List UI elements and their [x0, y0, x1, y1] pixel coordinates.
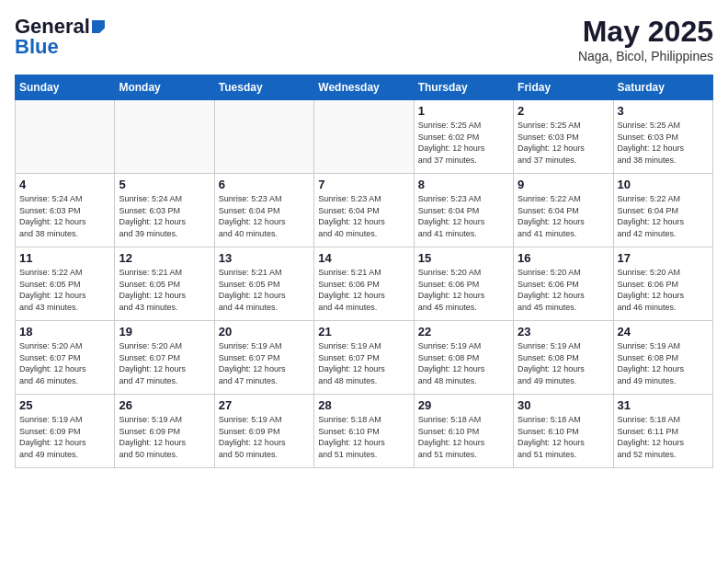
weekday-header-monday: Monday	[115, 75, 214, 100]
day-info: Sunrise: 5:19 AM Sunset: 6:08 PM Dayligh…	[418, 340, 509, 386]
day-number: 13	[219, 251, 310, 265]
day-number: 3	[618, 104, 709, 118]
day-number: 7	[318, 178, 409, 191]
day-info: Sunrise: 5:20 AM Sunset: 6:06 PM Dayligh…	[518, 267, 609, 313]
day-info: Sunrise: 5:20 AM Sunset: 6:06 PM Dayligh…	[418, 267, 509, 313]
day-number: 15	[418, 251, 509, 265]
day-cell: 5Sunrise: 5:24 AM Sunset: 6:03 PM Daylig…	[115, 174, 214, 247]
weekday-header-saturday: Saturday	[613, 75, 712, 100]
logo-blue: Blue	[15, 35, 59, 59]
day-cell: 14Sunrise: 5:21 AM Sunset: 6:06 PM Dayli…	[314, 247, 414, 321]
day-info: Sunrise: 5:19 AM Sunset: 6:07 PM Dayligh…	[219, 340, 310, 386]
day-info: Sunrise: 5:19 AM Sunset: 6:09 PM Dayligh…	[19, 414, 110, 460]
day-info: Sunrise: 5:21 AM Sunset: 6:05 PM Dayligh…	[219, 267, 310, 313]
day-info: Sunrise: 5:22 AM Sunset: 6:04 PM Dayligh…	[518, 193, 609, 239]
title-section: May 2025 Naga, Bicol, Philippines	[578, 15, 713, 63]
day-number: 31	[618, 398, 709, 412]
day-cell: 24Sunrise: 5:19 AM Sunset: 6:08 PM Dayli…	[613, 321, 712, 395]
logo-icon	[92, 20, 105, 33]
day-cell: 22Sunrise: 5:19 AM Sunset: 6:08 PM Dayli…	[414, 321, 513, 395]
weekday-header-wednesday: Wednesday	[314, 75, 414, 100]
week-row-5: 25Sunrise: 5:19 AM Sunset: 6:09 PM Dayli…	[16, 395, 713, 468]
day-number: 23	[518, 325, 609, 339]
calendar-table: SundayMondayTuesdayWednesdayThursdayFrid…	[15, 75, 713, 468]
day-cell: 23Sunrise: 5:19 AM Sunset: 6:08 PM Dayli…	[514, 321, 613, 395]
weekday-header-sunday: Sunday	[16, 75, 115, 100]
day-info: Sunrise: 5:20 AM Sunset: 6:06 PM Dayligh…	[618, 267, 709, 313]
day-info: Sunrise: 5:20 AM Sunset: 6:07 PM Dayligh…	[119, 340, 210, 386]
day-cell: 18Sunrise: 5:20 AM Sunset: 6:07 PM Dayli…	[16, 321, 115, 395]
day-cell: 3Sunrise: 5:25 AM Sunset: 6:03 PM Daylig…	[613, 100, 712, 174]
day-number: 8	[418, 178, 509, 191]
day-cell	[16, 100, 115, 174]
day-number: 5	[119, 178, 210, 191]
day-info: Sunrise: 5:22 AM Sunset: 6:04 PM Dayligh…	[618, 193, 709, 239]
day-info: Sunrise: 5:18 AM Sunset: 6:10 PM Dayligh…	[518, 414, 609, 460]
day-number: 10	[618, 178, 709, 191]
day-info: Sunrise: 5:23 AM Sunset: 6:04 PM Dayligh…	[318, 193, 409, 239]
day-number: 1	[418, 104, 509, 118]
day-number: 4	[19, 178, 110, 191]
day-cell: 2Sunrise: 5:25 AM Sunset: 6:03 PM Daylig…	[514, 100, 613, 174]
day-info: Sunrise: 5:18 AM Sunset: 6:10 PM Dayligh…	[418, 414, 509, 460]
day-number: 28	[318, 398, 409, 412]
day-info: Sunrise: 5:21 AM Sunset: 6:05 PM Dayligh…	[119, 267, 210, 313]
day-info: Sunrise: 5:23 AM Sunset: 6:04 PM Dayligh…	[219, 193, 310, 239]
day-info: Sunrise: 5:19 AM Sunset: 6:08 PM Dayligh…	[618, 340, 709, 386]
day-cell	[314, 100, 414, 174]
day-number: 30	[518, 398, 609, 412]
day-cell: 31Sunrise: 5:18 AM Sunset: 6:11 PM Dayli…	[613, 395, 712, 468]
day-cell: 28Sunrise: 5:18 AM Sunset: 6:10 PM Dayli…	[314, 395, 414, 468]
day-cell: 21Sunrise: 5:19 AM Sunset: 6:07 PM Dayli…	[314, 321, 414, 395]
day-number: 29	[418, 398, 509, 412]
day-number: 25	[19, 398, 110, 412]
day-info: Sunrise: 5:19 AM Sunset: 6:09 PM Dayligh…	[119, 414, 210, 460]
day-cell: 16Sunrise: 5:20 AM Sunset: 6:06 PM Dayli…	[514, 247, 613, 321]
day-info: Sunrise: 5:23 AM Sunset: 6:04 PM Dayligh…	[418, 193, 509, 239]
month-title: May 2025	[578, 15, 713, 49]
day-number: 22	[418, 325, 509, 339]
day-number: 21	[318, 325, 409, 339]
day-info: Sunrise: 5:25 AM Sunset: 6:02 PM Dayligh…	[418, 120, 509, 166]
day-number: 6	[219, 178, 310, 191]
day-number: 18	[19, 325, 110, 339]
logo: General Blue	[15, 15, 105, 59]
day-info: Sunrise: 5:25 AM Sunset: 6:03 PM Dayligh…	[518, 120, 609, 166]
weekday-header-tuesday: Tuesday	[214, 75, 313, 100]
day-info: Sunrise: 5:19 AM Sunset: 6:07 PM Dayligh…	[318, 340, 409, 386]
day-info: Sunrise: 5:18 AM Sunset: 6:10 PM Dayligh…	[318, 414, 409, 460]
day-cell: 30Sunrise: 5:18 AM Sunset: 6:10 PM Dayli…	[514, 395, 613, 468]
location-subtitle: Naga, Bicol, Philippines	[578, 49, 713, 63]
day-info: Sunrise: 5:24 AM Sunset: 6:03 PM Dayligh…	[119, 193, 210, 239]
week-row-4: 18Sunrise: 5:20 AM Sunset: 6:07 PM Dayli…	[16, 321, 713, 395]
day-info: Sunrise: 5:19 AM Sunset: 6:08 PM Dayligh…	[518, 340, 609, 386]
day-cell: 20Sunrise: 5:19 AM Sunset: 6:07 PM Dayli…	[214, 321, 313, 395]
day-number: 24	[618, 325, 709, 339]
week-row-2: 4Sunrise: 5:24 AM Sunset: 6:03 PM Daylig…	[16, 174, 713, 247]
day-info: Sunrise: 5:20 AM Sunset: 6:07 PM Dayligh…	[19, 340, 110, 386]
day-cell: 7Sunrise: 5:23 AM Sunset: 6:04 PM Daylig…	[314, 174, 414, 247]
day-info: Sunrise: 5:22 AM Sunset: 6:05 PM Dayligh…	[19, 267, 110, 313]
day-cell: 29Sunrise: 5:18 AM Sunset: 6:10 PM Dayli…	[414, 395, 513, 468]
weekday-header-thursday: Thursday	[414, 75, 513, 100]
day-cell: 8Sunrise: 5:23 AM Sunset: 6:04 PM Daylig…	[414, 174, 513, 247]
day-number: 12	[119, 251, 210, 265]
weekday-header-friday: Friday	[514, 75, 613, 100]
day-number: 11	[19, 251, 110, 265]
weekday-header-row: SundayMondayTuesdayWednesdayThursdayFrid…	[16, 75, 713, 100]
day-cell: 26Sunrise: 5:19 AM Sunset: 6:09 PM Dayli…	[115, 395, 214, 468]
day-info: Sunrise: 5:21 AM Sunset: 6:06 PM Dayligh…	[318, 267, 409, 313]
day-cell: 6Sunrise: 5:23 AM Sunset: 6:04 PM Daylig…	[214, 174, 313, 247]
day-info: Sunrise: 5:19 AM Sunset: 6:09 PM Dayligh…	[219, 414, 310, 460]
day-info: Sunrise: 5:18 AM Sunset: 6:11 PM Dayligh…	[618, 414, 709, 460]
day-cell: 17Sunrise: 5:20 AM Sunset: 6:06 PM Dayli…	[613, 247, 712, 321]
day-info: Sunrise: 5:24 AM Sunset: 6:03 PM Dayligh…	[19, 193, 110, 239]
day-cell: 1Sunrise: 5:25 AM Sunset: 6:02 PM Daylig…	[414, 100, 513, 174]
day-info: Sunrise: 5:25 AM Sunset: 6:03 PM Dayligh…	[618, 120, 709, 166]
day-cell: 15Sunrise: 5:20 AM Sunset: 6:06 PM Dayli…	[414, 247, 513, 321]
week-row-1: 1Sunrise: 5:25 AM Sunset: 6:02 PM Daylig…	[16, 100, 713, 174]
day-number: 19	[119, 325, 210, 339]
day-cell: 13Sunrise: 5:21 AM Sunset: 6:05 PM Dayli…	[214, 247, 313, 321]
day-cell: 11Sunrise: 5:22 AM Sunset: 6:05 PM Dayli…	[16, 247, 115, 321]
day-cell	[115, 100, 214, 174]
